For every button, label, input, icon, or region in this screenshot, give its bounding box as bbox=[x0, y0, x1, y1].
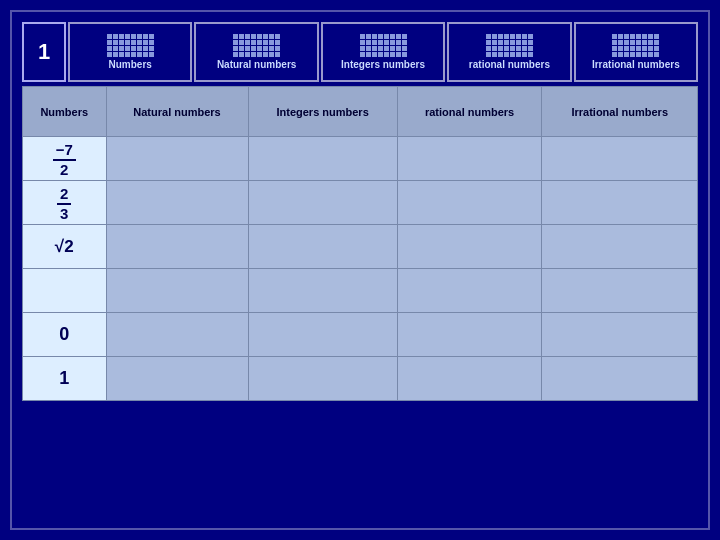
table-row: −7 2 bbox=[23, 137, 698, 181]
sqrt-symbol: √2 bbox=[55, 237, 74, 256]
integer-cell-5 bbox=[248, 313, 397, 357]
rational-cell-4 bbox=[397, 269, 542, 313]
table-row: 0 bbox=[23, 313, 698, 357]
irrational-cell-2 bbox=[542, 181, 698, 225]
rational-cell-6 bbox=[397, 357, 542, 401]
fraction-neg7-2: −7 2 bbox=[53, 141, 76, 179]
header-rational: rational numbers bbox=[447, 22, 571, 82]
rational-cell-3 bbox=[397, 225, 542, 269]
th-rational: rational numbers bbox=[397, 87, 542, 137]
number-value-3: √2 bbox=[23, 225, 107, 269]
col-label-integers: Integers numbers bbox=[341, 59, 425, 70]
fraction-numerator: 2 bbox=[57, 185, 71, 205]
number-value-2: 2 3 bbox=[23, 181, 107, 225]
col-label-rational: rational numbers bbox=[469, 59, 550, 70]
integer-cell-4 bbox=[248, 269, 397, 313]
irrational-cell-5 bbox=[542, 313, 698, 357]
natural-cell-6 bbox=[106, 357, 248, 401]
integer-cell-3 bbox=[248, 225, 397, 269]
irrational-cell-1 bbox=[542, 137, 698, 181]
number-value-6: 1 bbox=[23, 357, 107, 401]
integer-cell-6 bbox=[248, 357, 397, 401]
rational-cell-1 bbox=[397, 137, 542, 181]
natural-cell-4 bbox=[106, 269, 248, 313]
th-numbers: Numbers bbox=[23, 87, 107, 137]
data-table-area: Numbers Natural numbers Integers numbers… bbox=[22, 86, 698, 518]
number-value-1: −7 2 bbox=[23, 137, 107, 181]
table-row: √2 bbox=[23, 225, 698, 269]
pixel-art-natural bbox=[233, 34, 280, 57]
col-label-numbers: Numbers bbox=[109, 59, 152, 70]
th-integers: Integers numbers bbox=[248, 87, 397, 137]
number-value-4 bbox=[23, 269, 107, 313]
fraction-denominator: 3 bbox=[57, 205, 71, 223]
header-irrational: Irrational numbers bbox=[574, 22, 698, 82]
irrational-cell-3 bbox=[542, 225, 698, 269]
table-row: 2 3 bbox=[23, 181, 698, 225]
header-natural: Natural numbers bbox=[194, 22, 318, 82]
pixel-art-numbers bbox=[107, 34, 154, 57]
pixel-art-rational bbox=[486, 34, 533, 57]
natural-cell-3 bbox=[106, 225, 248, 269]
natural-cell-1 bbox=[106, 137, 248, 181]
rational-cell-2 bbox=[397, 181, 542, 225]
natural-cell-5 bbox=[106, 313, 248, 357]
irrational-cell-4 bbox=[542, 269, 698, 313]
fraction-denominator: 2 bbox=[57, 161, 71, 179]
slide-number: 1 bbox=[22, 22, 66, 82]
integer-cell-2 bbox=[248, 181, 397, 225]
table-header-row: Numbers Natural numbers Integers numbers… bbox=[23, 87, 698, 137]
header-numbers: Numbers bbox=[68, 22, 192, 82]
rational-cell-5 bbox=[397, 313, 542, 357]
col-label-natural: Natural numbers bbox=[217, 59, 296, 70]
fraction-numerator: −7 bbox=[53, 141, 76, 161]
col-label-irrational: Irrational numbers bbox=[592, 59, 680, 70]
natural-cell-2 bbox=[106, 181, 248, 225]
pixel-art-irrational bbox=[612, 34, 659, 57]
integer-cell-1 bbox=[248, 137, 397, 181]
th-irrational: Irrational numbers bbox=[542, 87, 698, 137]
header-integers: Integers numbers bbox=[321, 22, 445, 82]
number-value-5: 0 bbox=[23, 313, 107, 357]
th-natural: Natural numbers bbox=[106, 87, 248, 137]
fraction-2-3: 2 3 bbox=[57, 185, 71, 223]
table-row bbox=[23, 269, 698, 313]
irrational-cell-6 bbox=[542, 357, 698, 401]
table-row: 1 bbox=[23, 357, 698, 401]
pixel-art-integers bbox=[360, 34, 407, 57]
